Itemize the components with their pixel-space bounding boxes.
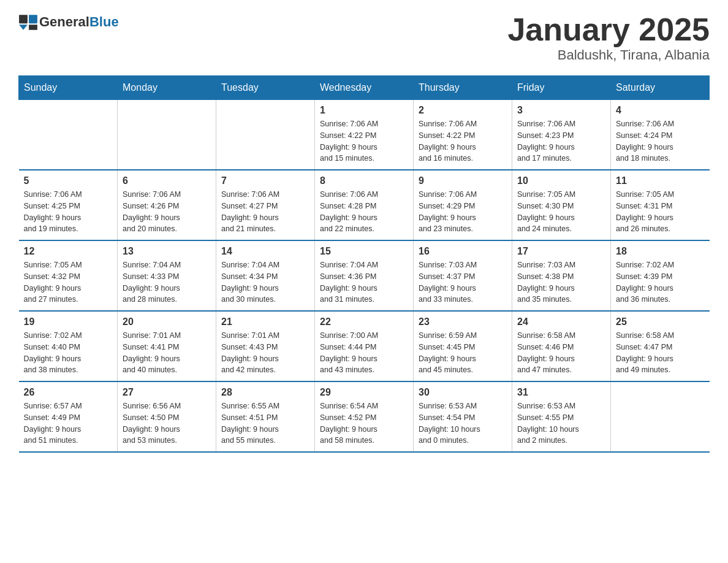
calendar-cell: 7Sunrise: 7:06 AM Sunset: 4:27 PM Daylig…	[216, 170, 315, 240]
day-number: 27	[123, 387, 211, 398]
location-title: Baldushk, Tirana, Albania	[507, 47, 710, 63]
calendar-cell: 1Sunrise: 7:06 AM Sunset: 4:22 PM Daylig…	[315, 100, 414, 170]
day-info: Sunrise: 7:06 AM Sunset: 4:22 PM Dayligh…	[320, 118, 408, 164]
svg-marker-3	[29, 25, 37, 30]
calendar-cell: 29Sunrise: 6:54 AM Sunset: 4:52 PM Dayli…	[315, 381, 414, 452]
calendar-cell: 15Sunrise: 7:04 AM Sunset: 4:36 PM Dayli…	[315, 240, 414, 311]
day-info: Sunrise: 7:06 AM Sunset: 4:23 PM Dayligh…	[517, 118, 605, 164]
svg-rect-0	[19, 15, 28, 23]
calendar-cell: 6Sunrise: 7:06 AM Sunset: 4:26 PM Daylig…	[118, 170, 216, 240]
day-number: 1	[320, 105, 408, 116]
day-info: Sunrise: 7:06 AM Sunset: 4:25 PM Dayligh…	[24, 189, 113, 235]
day-info: Sunrise: 6:59 AM Sunset: 4:45 PM Dayligh…	[419, 330, 507, 376]
title-block: January 2025 Baldushk, Tirana, Albania	[507, 12, 710, 63]
calendar-cell: 19Sunrise: 7:02 AM Sunset: 4:40 PM Dayli…	[19, 311, 118, 381]
day-number: 31	[517, 387, 605, 398]
day-info: Sunrise: 7:06 AM Sunset: 4:22 PM Dayligh…	[419, 118, 507, 164]
column-header-monday: Monday	[118, 76, 216, 100]
calendar-cell: 30Sunrise: 6:53 AM Sunset: 4:54 PM Dayli…	[414, 381, 512, 452]
day-number: 5	[24, 175, 113, 186]
logo-icon	[18, 12, 38, 32]
calendar-cell: 21Sunrise: 7:01 AM Sunset: 4:43 PM Dayli…	[216, 311, 315, 381]
column-header-tuesday: Tuesday	[216, 76, 315, 100]
day-number: 25	[616, 316, 705, 327]
day-info: Sunrise: 7:03 AM Sunset: 4:38 PM Dayligh…	[517, 259, 605, 305]
day-number: 11	[616, 175, 705, 186]
day-number: 30	[419, 387, 507, 398]
calendar-cell: 18Sunrise: 7:02 AM Sunset: 4:39 PM Dayli…	[611, 240, 710, 311]
calendar-cell: 4Sunrise: 7:06 AM Sunset: 4:24 PM Daylig…	[611, 100, 710, 170]
day-info: Sunrise: 6:54 AM Sunset: 4:52 PM Dayligh…	[320, 400, 408, 446]
day-info: Sunrise: 7:01 AM Sunset: 4:43 PM Dayligh…	[221, 330, 309, 376]
day-number: 17	[517, 246, 605, 257]
day-info: Sunrise: 7:04 AM Sunset: 4:33 PM Dayligh…	[123, 259, 211, 305]
column-header-sunday: Sunday	[19, 76, 118, 100]
calendar-cell	[216, 100, 315, 170]
day-info: Sunrise: 7:01 AM Sunset: 4:41 PM Dayligh…	[123, 330, 211, 376]
calendar-cell: 25Sunrise: 6:58 AM Sunset: 4:47 PM Dayli…	[611, 311, 710, 381]
column-header-friday: Friday	[512, 76, 611, 100]
day-number: 13	[123, 246, 211, 257]
calendar-cell: 31Sunrise: 6:53 AM Sunset: 4:55 PM Dayli…	[512, 381, 611, 452]
day-number: 14	[221, 246, 309, 257]
day-info: Sunrise: 7:05 AM Sunset: 4:30 PM Dayligh…	[517, 189, 605, 235]
day-number: 19	[24, 316, 113, 327]
day-info: Sunrise: 7:06 AM Sunset: 4:26 PM Dayligh…	[123, 189, 211, 235]
calendar-cell: 16Sunrise: 7:03 AM Sunset: 4:37 PM Dayli…	[414, 240, 512, 311]
week-row-3: 12Sunrise: 7:05 AM Sunset: 4:32 PM Dayli…	[19, 240, 710, 311]
logo-text-blue: Blue	[89, 14, 119, 29]
day-info: Sunrise: 6:58 AM Sunset: 4:46 PM Dayligh…	[517, 330, 605, 376]
calendar-cell	[118, 100, 216, 170]
column-header-saturday: Saturday	[611, 76, 710, 100]
logo: GeneralBlue	[18, 12, 119, 32]
page-header: GeneralBlue January 2025 Baldushk, Tiran…	[18, 12, 710, 63]
calendar-cell: 23Sunrise: 6:59 AM Sunset: 4:45 PM Dayli…	[414, 311, 512, 381]
day-info: Sunrise: 6:55 AM Sunset: 4:51 PM Dayligh…	[221, 400, 309, 446]
calendar-cell: 10Sunrise: 7:05 AM Sunset: 4:30 PM Dayli…	[512, 170, 611, 240]
month-title: January 2025	[507, 12, 710, 47]
day-info: Sunrise: 7:06 AM Sunset: 4:24 PM Dayligh…	[616, 118, 705, 164]
day-info: Sunrise: 7:00 AM Sunset: 4:44 PM Dayligh…	[320, 330, 408, 376]
calendar-cell: 13Sunrise: 7:04 AM Sunset: 4:33 PM Dayli…	[118, 240, 216, 311]
day-number: 23	[419, 316, 507, 327]
week-row-2: 5Sunrise: 7:06 AM Sunset: 4:25 PM Daylig…	[19, 170, 710, 240]
day-info: Sunrise: 7:05 AM Sunset: 4:32 PM Dayligh…	[24, 259, 113, 305]
day-number: 16	[419, 246, 507, 257]
day-number: 21	[221, 316, 309, 327]
calendar-table: SundayMondayTuesdayWednesdayThursdayFrid…	[18, 75, 710, 453]
calendar-header-row: SundayMondayTuesdayWednesdayThursdayFrid…	[19, 76, 710, 100]
week-row-5: 26Sunrise: 6:57 AM Sunset: 4:49 PM Dayli…	[19, 381, 710, 452]
day-info: Sunrise: 7:05 AM Sunset: 4:31 PM Dayligh…	[616, 189, 705, 235]
day-number: 7	[221, 175, 309, 186]
week-row-1: 1Sunrise: 7:06 AM Sunset: 4:22 PM Daylig…	[19, 100, 710, 170]
day-number: 28	[221, 387, 309, 398]
day-info: Sunrise: 6:53 AM Sunset: 4:55 PM Dayligh…	[517, 400, 605, 446]
day-number: 18	[616, 246, 705, 257]
day-number: 26	[24, 387, 113, 398]
day-number: 29	[320, 387, 408, 398]
calendar-cell: 2Sunrise: 7:06 AM Sunset: 4:22 PM Daylig…	[414, 100, 512, 170]
day-info: Sunrise: 7:02 AM Sunset: 4:40 PM Dayligh…	[24, 330, 113, 376]
calendar-cell: 26Sunrise: 6:57 AM Sunset: 4:49 PM Dayli…	[19, 381, 118, 452]
day-info: Sunrise: 7:06 AM Sunset: 4:28 PM Dayligh…	[320, 189, 408, 235]
day-info: Sunrise: 6:58 AM Sunset: 4:47 PM Dayligh…	[616, 330, 705, 376]
day-number: 15	[320, 246, 408, 257]
svg-rect-1	[29, 15, 37, 23]
calendar-cell: 24Sunrise: 6:58 AM Sunset: 4:46 PM Dayli…	[512, 311, 611, 381]
day-info: Sunrise: 7:04 AM Sunset: 4:34 PM Dayligh…	[221, 259, 309, 305]
calendar-cell: 17Sunrise: 7:03 AM Sunset: 4:38 PM Dayli…	[512, 240, 611, 311]
calendar-cell: 27Sunrise: 6:56 AM Sunset: 4:50 PM Dayli…	[118, 381, 216, 452]
calendar-cell: 3Sunrise: 7:06 AM Sunset: 4:23 PM Daylig…	[512, 100, 611, 170]
column-header-wednesday: Wednesday	[315, 76, 414, 100]
week-row-4: 19Sunrise: 7:02 AM Sunset: 4:40 PM Dayli…	[19, 311, 710, 381]
day-info: Sunrise: 7:03 AM Sunset: 4:37 PM Dayligh…	[419, 259, 507, 305]
calendar-cell: 28Sunrise: 6:55 AM Sunset: 4:51 PM Dayli…	[216, 381, 315, 452]
calendar-cell: 14Sunrise: 7:04 AM Sunset: 4:34 PM Dayli…	[216, 240, 315, 311]
day-number: 2	[419, 105, 507, 116]
calendar-cell: 11Sunrise: 7:05 AM Sunset: 4:31 PM Dayli…	[611, 170, 710, 240]
day-number: 8	[320, 175, 408, 186]
svg-marker-2	[19, 25, 28, 30]
day-number: 10	[517, 175, 605, 186]
calendar-cell: 22Sunrise: 7:00 AM Sunset: 4:44 PM Dayli…	[315, 311, 414, 381]
calendar-cell: 20Sunrise: 7:01 AM Sunset: 4:41 PM Dayli…	[118, 311, 216, 381]
